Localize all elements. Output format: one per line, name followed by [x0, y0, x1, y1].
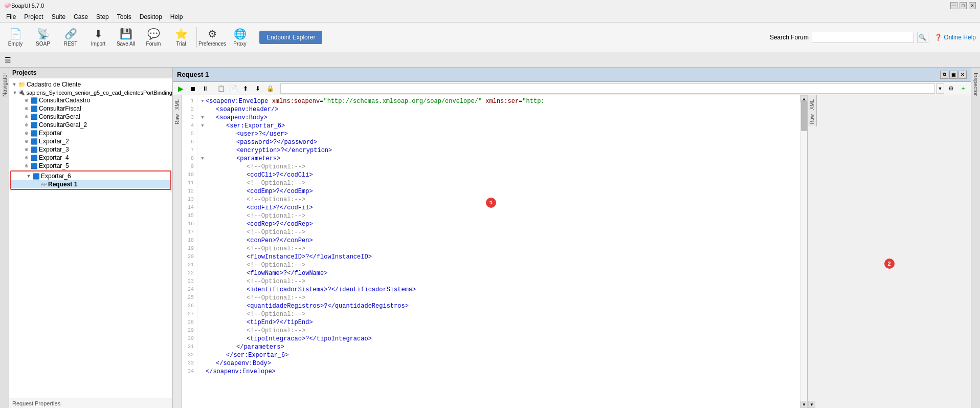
search-input[interactable] [812, 32, 914, 43]
request-title: Request 1 [177, 71, 209, 78]
detach-button[interactable]: ⧉ [940, 71, 948, 79]
tree-item-binding[interactable]: ▼ 🔌 sapiens_Synccom_senior_g5_co_cad_cli… [9, 89, 172, 96]
navigator-label[interactable]: Navigator [1, 70, 9, 100]
import-button[interactable]: ⬇ Import [85, 24, 112, 51]
tree-item-exportar-6[interactable]: ▼ 🟦 Exportar_6 [11, 172, 170, 180]
menu-tools[interactable]: Tools [113, 12, 136, 22]
xml-label-response[interactable]: XML [808, 97, 816, 112]
tree-item-exportar-4[interactable]: ⊕ 🟦 Exportar_4 [9, 154, 172, 162]
req-icon-10: 🟦 [33, 173, 40, 180]
xml-line-21: 21 <!--Optional:--> [182, 261, 800, 269]
toolbar-sep-req-2 [278, 84, 278, 93]
url-input[interactable]: http://localhost:9090/q5-senior-services… [280, 83, 935, 94]
minimize-button[interactable]: — [950, 2, 957, 9]
url-add-button[interactable]: + [957, 83, 969, 94]
menu-desktop[interactable]: Desktop [136, 12, 166, 22]
tree-item-consultar-geral[interactable]: ⊕ 🟦 ConsultarGeral [9, 113, 172, 121]
response-content-area: 2 [808, 126, 971, 401]
tree-item-consultar-geral-2[interactable]: ⊕ 🟦 ConsultarGeral_2 [9, 121, 172, 129]
float-button[interactable]: ▣ [949, 71, 957, 79]
proxy-icon: 🌐 [234, 28, 247, 40]
toggle-exportar-5[interactable]: ⊕ [24, 163, 30, 168]
toggle-exportar-3[interactable]: ⊕ [24, 147, 30, 152]
toggle-exportar-4[interactable]: ⊕ [24, 155, 30, 160]
tree-item-cadastro[interactable]: ▼ 📁 Cadastro de Cliente [9, 80, 172, 89]
request-area: Request 1 ⧉ ▣ ✕ ▶ ◼ ⏸ 📋 📄 ⬆ ⬇ 🔒 http://l… [173, 68, 971, 408]
response-scrollbar-down[interactable]: ▼ [808, 401, 815, 408]
menu-help[interactable]: Help [166, 12, 187, 22]
stop-button[interactable]: ◼ [187, 83, 198, 94]
inspector-panel: Inspector [971, 68, 980, 408]
url-dropdown[interactable]: ▼ [936, 83, 944, 94]
xml-label-left[interactable]: XML [173, 97, 181, 112]
endpoint-explorer-button[interactable]: Endpoint Explorer [259, 31, 322, 44]
rest-button[interactable]: 🔗 REST [57, 24, 84, 51]
pause-button[interactable]: ⏸ [199, 83, 211, 94]
online-help[interactable]: ❓ Online Help [934, 34, 976, 41]
forum-button[interactable]: 💬 Forum [140, 24, 167, 51]
add-test-button[interactable]: ⬆ [240, 83, 251, 94]
search-button[interactable]: 🔍 [917, 32, 928, 43]
fold-8[interactable]: ▼ [199, 155, 206, 163]
scrollbar-thumb[interactable] [801, 100, 807, 131]
scrollbar-down[interactable]: ▼ [800, 401, 808, 408]
menu-project[interactable]: Project [20, 12, 47, 22]
toggle-cadastro[interactable]: ▼ [11, 82, 17, 87]
fold-4[interactable]: ▼ [199, 122, 206, 130]
xml-scrollbar[interactable]: ▲ ▼ [800, 95, 807, 408]
req-icon-9: 🟦 [31, 163, 38, 169]
toggle-exportar-6[interactable]: ▼ [26, 174, 32, 179]
toggle-consultar-fiscal[interactable]: ⊕ [24, 106, 30, 111]
inspector-label[interactable]: Inspector [972, 70, 980, 99]
maximize-button[interactable]: □ [960, 2, 967, 9]
menu-step[interactable]: Step [92, 12, 113, 22]
copy-button[interactable]: 📋 [215, 83, 227, 94]
close-button[interactable]: ✕ [969, 2, 976, 9]
req-item-icon: AP [41, 182, 47, 187]
soap-button[interactable]: 📡 SOAP [30, 24, 56, 51]
close-request-button[interactable]: ✕ [959, 71, 967, 79]
tree-item-consultar-fiscal[interactable]: ⊕ 🟦 ConsultarFiscal [9, 104, 172, 113]
tree-item-exportar-3[interactable]: ⊕ 🟦 Exportar_3 [9, 145, 172, 154]
toggle-exportar-2[interactable]: ⊕ [24, 139, 30, 144]
req-icon-5: 🟦 [31, 130, 38, 137]
xml-line-12: 12 <codEmp>?</codEmp> [182, 187, 800, 196]
response-scrollbar[interactable]: ▲ ▼ [808, 401, 815, 408]
new-button[interactable]: 📄 [228, 83, 239, 94]
menu-file[interactable]: File [2, 12, 20, 22]
url-settings-button[interactable]: ⚙ [945, 83, 956, 94]
fold-1[interactable]: ▼ [199, 97, 206, 105]
xml-line-26: 26 <quantidadeRegistros>?</quantidadeReg… [182, 302, 800, 310]
menu-suite[interactable]: Suite [48, 12, 70, 22]
auth-button[interactable]: 🔒 [264, 83, 276, 94]
folder-icon: 📁 [18, 81, 26, 88]
tree-item-exportar-2[interactable]: ⊕ 🟦 Exportar_2 [9, 137, 172, 145]
empty-button[interactable]: 📄 Empty [2, 24, 29, 51]
run-button[interactable]: ▶ [175, 83, 186, 94]
proxy-button[interactable]: 🌐 Proxy [227, 24, 253, 51]
tree-item-exportar[interactable]: ⊕ 🟦 Exportar [9, 129, 172, 137]
save-all-button[interactable]: 💾 Save All [113, 24, 139, 51]
raw-label-response[interactable]: Raw [808, 112, 816, 126]
nav-menu-icon[interactable]: ☰ [2, 54, 13, 66]
toggle-exportar[interactable]: ⊕ [24, 131, 30, 136]
tree-item-consultar-cadastro[interactable]: ⊕ 🟦 ConsultarCadastro [9, 96, 172, 104]
raw-label-left[interactable]: Raw [173, 112, 181, 126]
download-button[interactable]: ⬇ [252, 83, 263, 94]
fold-3[interactable]: ▼ [199, 114, 206, 122]
xml-line-20: 20 <flowInstanceID>?</flowInstanceID> [182, 253, 800, 261]
trial-button[interactable]: ⭐ Trial [168, 24, 194, 51]
response-area: XML Raw 2 ▲ ▼ [807, 95, 971, 408]
tree-item-request-1[interactable]: AP Request 1 [11, 180, 170, 188]
xml-editor[interactable]: 1 ▼ <soapenv:Envelope xmlns:soapenv="htt… [182, 95, 800, 408]
toggle-binding[interactable]: ▼ [13, 90, 17, 95]
tree-item-exportar-5[interactable]: ⊕ 🟦 Exportar_5 [9, 162, 172, 170]
wsdl-icon: 🔌 [18, 89, 25, 96]
title-bar-controls: — □ ✕ [950, 2, 976, 9]
toggle-consultar-geral[interactable]: ⊕ [24, 114, 30, 119]
title-bar: 🧼 SoapUI 5.7.0 — □ ✕ [0, 0, 980, 11]
preferences-button[interactable]: ⚙ Preferences [199, 24, 226, 51]
toggle-consultar-cadastro[interactable]: ⊕ [24, 98, 30, 103]
menu-case[interactable]: Case [70, 12, 92, 22]
toggle-consultar-geral-2[interactable]: ⊕ [24, 122, 30, 127]
